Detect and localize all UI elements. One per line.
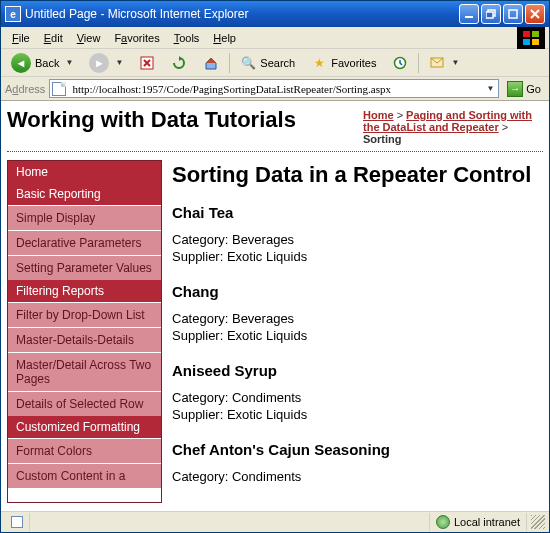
status-pane-empty [30, 513, 430, 531]
product-category: Category: Condiments [172, 389, 543, 406]
sidebar-item[interactable]: Simple Display [8, 205, 161, 230]
page-icon [52, 82, 66, 96]
zone-icon [436, 515, 450, 529]
resize-grip[interactable] [531, 515, 545, 529]
breadcrumb-home[interactable]: Home [363, 109, 394, 121]
window-title: Untitled Page - Microsoft Internet Explo… [25, 7, 457, 21]
search-icon: 🔍 [240, 55, 256, 71]
product-category: Category: Condiments [172, 468, 543, 485]
menu-edit[interactable]: Edit [37, 30, 70, 46]
sidebar-item[interactable]: Custom Content in a [8, 463, 161, 488]
product-supplier: Supplier: Exotic Liquids [172, 327, 543, 344]
status-bar: Local intranet [1, 511, 549, 532]
product-name: Chang [172, 283, 543, 300]
restore-button[interactable] [481, 4, 501, 24]
address-bar: Address ▼ → Go [1, 77, 549, 101]
mail-icon [429, 55, 445, 71]
favorites-button[interactable]: ★Favorites [305, 52, 382, 74]
menu-help[interactable]: Help [206, 30, 243, 46]
navigation-toolbar: ◄ Back ▼ ► ▼ 🔍Search ★Favorites ▼ [1, 49, 549, 77]
search-button[interactable]: 🔍Search [234, 52, 301, 74]
product-item: Chai TeaCategory: BeveragesSupplier: Exo… [172, 204, 543, 265]
menu-file[interactable]: File [5, 30, 37, 46]
content-title: Sorting Data in a Repeater Control [172, 162, 543, 188]
menu-tools[interactable]: Tools [167, 30, 207, 46]
status-pane-ready [5, 513, 30, 531]
chevron-down-icon: ▼ [451, 58, 459, 67]
menu-favorites[interactable]: Favorites [107, 30, 166, 46]
product-item: Chef Anton's Cajun SeasoningCategory: Co… [172, 441, 543, 485]
sidebar-item[interactable]: Master/Detail Across Two Pages [8, 352, 161, 391]
sidebar-header[interactable]: Basic Reporting [8, 183, 161, 205]
page-viewport[interactable]: Working with Data Tutorials Home > Pagin… [1, 101, 549, 511]
mail-button[interactable]: ▼ [423, 52, 465, 74]
chevron-down-icon: ▼ [115, 58, 123, 67]
close-button[interactable] [525, 4, 545, 24]
home-icon [203, 55, 219, 71]
main-content: Sorting Data in a Repeater Control Chai … [172, 160, 543, 503]
go-arrow-icon: → [507, 81, 523, 97]
stop-icon [139, 55, 155, 71]
product-name: Chai Tea [172, 204, 543, 221]
sidebar-header[interactable]: Home [8, 161, 161, 183]
svg-rect-0 [465, 16, 473, 18]
page-header: Working with Data Tutorials Home > Pagin… [7, 107, 543, 145]
address-input-wrap[interactable]: ▼ [49, 79, 499, 98]
stop-button[interactable] [133, 52, 161, 74]
refresh-icon [171, 55, 187, 71]
history-icon [392, 55, 408, 71]
product-supplier: Supplier: Exotic Liquids [172, 406, 543, 423]
breadcrumb: Home > Paging and Sorting with the DataL… [363, 107, 543, 145]
sidebar-item[interactable]: Details of Selected Row [8, 391, 161, 416]
page-icon [11, 516, 23, 528]
minimize-button[interactable] [459, 4, 479, 24]
divider [7, 151, 543, 152]
sidebar-item[interactable]: Declarative Parameters [8, 230, 161, 255]
zone-label: Local intranet [454, 516, 520, 528]
back-label: Back [35, 57, 59, 69]
product-item: ChangCategory: BeveragesSupplier: Exotic… [172, 283, 543, 344]
sidebar-header[interactable]: Filtering Reports [8, 280, 161, 302]
svg-rect-2 [486, 12, 493, 18]
product-category: Category: Beverages [172, 310, 543, 327]
throbber-logo [517, 27, 545, 49]
go-label: Go [526, 83, 541, 95]
refresh-button[interactable] [165, 52, 193, 74]
star-icon: ★ [311, 55, 327, 71]
address-input[interactable] [70, 82, 480, 96]
chevron-down-icon: ▼ [65, 58, 73, 67]
window-titlebar: e Untitled Page - Microsoft Internet Exp… [1, 1, 549, 27]
product-supplier: Supplier: Exotic Liquids [172, 248, 543, 265]
status-zone: Local intranet [430, 513, 527, 531]
product-name: Aniseed Syrup [172, 362, 543, 379]
home-button[interactable] [197, 52, 225, 74]
menu-view[interactable]: View [70, 30, 108, 46]
go-button[interactable]: → Go [503, 80, 545, 98]
address-dropdown-icon[interactable]: ▼ [484, 84, 496, 93]
back-arrow-icon: ◄ [11, 53, 31, 73]
breadcrumb-current: Sorting [363, 133, 402, 145]
history-button[interactable] [386, 52, 414, 74]
forward-button[interactable]: ► ▼ [83, 50, 129, 76]
menu-bar: File Edit View Favorites Tools Help [1, 27, 549, 49]
sidebar-item[interactable]: Filter by Drop-Down List [8, 302, 161, 327]
sidebar-item[interactable]: Master-Details-Details [8, 327, 161, 352]
svg-rect-3 [509, 10, 517, 18]
forward-arrow-icon: ► [89, 53, 109, 73]
sidebar-nav: HomeBasic ReportingSimple DisplayDeclara… [7, 160, 162, 503]
sidebar-item[interactable]: Format Colors [8, 438, 161, 463]
back-button[interactable]: ◄ Back ▼ [5, 50, 79, 76]
maximize-button[interactable] [503, 4, 523, 24]
sidebar-item[interactable]: Setting Parameter Values [8, 255, 161, 280]
site-heading: Working with Data Tutorials [7, 107, 355, 133]
toolbar-separator [418, 53, 419, 73]
address-label: Address [5, 83, 45, 95]
sidebar-header[interactable]: Customized Formatting [8, 416, 161, 438]
product-category: Category: Beverages [172, 231, 543, 248]
app-icon: e [5, 6, 21, 22]
product-name: Chef Anton's Cajun Seasoning [172, 441, 543, 458]
product-item: Aniseed SyrupCategory: CondimentsSupplie… [172, 362, 543, 423]
toolbar-separator [229, 53, 230, 73]
